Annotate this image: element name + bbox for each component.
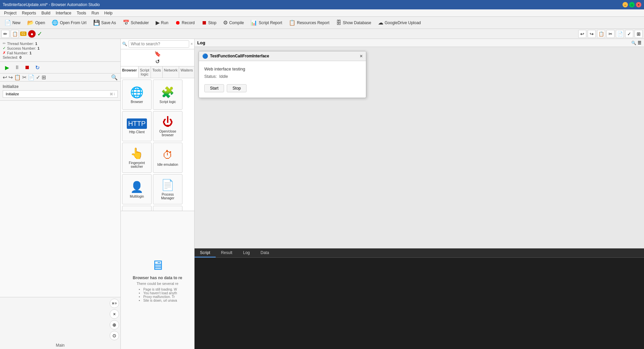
tool-script-logic[interactable]: 🧩 Script logic: [153, 80, 182, 110]
run-button[interactable]: ▶ Run: [153, 18, 171, 27]
close-search-icon[interactable]: ×: [191, 42, 193, 46]
search-ed-btn[interactable]: 🔍: [111, 74, 118, 81]
bullet-1: Page is still loading. W: [143, 288, 177, 291]
redo-btn[interactable]: ↪: [588, 30, 596, 38]
minimize-button[interactable]: –: [623, 2, 628, 7]
grid-ed-btn[interactable]: ⊞: [42, 74, 46, 81]
tool-open-close-browser[interactable]: ⏻ Open/close browser: [153, 111, 182, 141]
log-search-icon[interactable]: 🔍: [631, 41, 636, 45]
maximize-button[interactable]: □: [629, 2, 635, 7]
init-item[interactable]: Initialize ⌘ i: [3, 90, 118, 98]
search-input[interactable]: [128, 40, 189, 48]
dialog-close-button[interactable]: ×: [360, 53, 363, 59]
script-report-button[interactable]: 📊 Script Report: [248, 18, 285, 27]
tool-http-client[interactable]: HTTP Http Client: [122, 111, 152, 141]
open-icon: 📂: [27, 19, 34, 26]
tool-receive-sms[interactable]: 💬 Receive sms: [122, 206, 152, 211]
script-controls: ▶ ⏸ ⏹ ↻: [0, 62, 120, 73]
compile-button[interactable]: ⚙ Compile: [220, 18, 247, 27]
step-area: [0, 101, 120, 297]
tab-browser[interactable]: Browser: [121, 66, 139, 78]
tool-fingerprint-switcher[interactable]: 👆 Fingerprint switcher: [122, 143, 152, 173]
thread-pencil-icon: ✏: [3, 41, 6, 46]
round-btn-4[interactable]: ⊙: [110, 331, 119, 340]
menu-run[interactable]: Run: [89, 10, 102, 16]
circle-btn[interactable]: ●: [28, 30, 36, 38]
bottom-tabs: Script Result Log Data: [195, 249, 644, 258]
log-menu-icon[interactable]: ☰: [638, 41, 641, 45]
menu-tools[interactable]: Tools: [74, 10, 89, 16]
tool-grid: 🌐 Browser 🧩 Script logic HTTP Http Clien…: [121, 78, 194, 211]
tool-send-mail[interactable]: ✉ Send mail: [153, 206, 182, 211]
save-as-button[interactable]: 💾 Save As: [90, 18, 119, 27]
new-button[interactable]: 📄 New: [1, 18, 23, 27]
tab-data[interactable]: Data: [255, 249, 274, 257]
cut-btn[interactable]: ✂: [606, 30, 614, 38]
cut-ed-btn[interactable]: ✂: [22, 74, 26, 81]
bullet-3: Proxy malfunction. Tr: [143, 295, 177, 299]
record-icon: ⏺: [175, 20, 180, 26]
menu-project[interactable]: Project: [1, 10, 19, 16]
paste-btn[interactable]: 📄: [616, 30, 624, 38]
toolbar: 📄 New 📂 Open 🌐 Open From Url 💾 Save As 📅…: [0, 17, 644, 29]
browser-area-icon: 🖥: [151, 258, 164, 273]
check-btn[interactable]: ✓: [625, 30, 633, 38]
googledrive-upload-button[interactable]: ☁ GoogleDrive Upload: [375, 18, 424, 27]
pause-button[interactable]: ⏸: [13, 63, 21, 72]
menu-interface[interactable]: Interface: [53, 10, 74, 16]
undo-btn[interactable]: ↩: [578, 30, 586, 38]
tab-script-logic[interactable]: Script logic: [139, 66, 151, 78]
log-title: Log: [197, 40, 205, 45]
dialog-body: Web interface testing Status: Iddle Star…: [199, 61, 366, 98]
refresh-btn[interactable]: ↺: [155, 58, 160, 65]
browser-no-data-msg: Browser has no data to re: [133, 276, 182, 280]
round-btn-2[interactable]: ×: [110, 309, 119, 319]
dialog-stop-button[interactable]: Stop: [227, 84, 247, 92]
record-button[interactable]: ⏺ Record: [172, 18, 198, 27]
show-database-button[interactable]: 🗄 Show Database: [333, 18, 374, 27]
tool-browser[interactable]: 🌐 Browser: [122, 80, 152, 110]
tab-log[interactable]: Log: [238, 249, 255, 257]
scheduler-icon: 📅: [123, 19, 129, 26]
tab-tools[interactable]: Tools: [151, 66, 163, 78]
bottom-content: [195, 258, 644, 349]
tab-result[interactable]: Result: [216, 249, 238, 257]
grid-btn[interactable]: ⊞: [635, 30, 643, 38]
redo-ed-btn[interactable]: ↪: [8, 74, 13, 81]
tab-script[interactable]: Script: [195, 249, 216, 257]
resources-report-button[interactable]: 📋 Resources Report: [286, 18, 332, 27]
menu-help[interactable]: Help: [102, 10, 115, 16]
tool-multilogin[interactable]: 👤 Multilogin: [122, 174, 152, 204]
menu-build[interactable]: Build: [39, 10, 53, 16]
stop-button[interactable]: ⏹: [23, 63, 32, 72]
close-button[interactable]: ×: [636, 2, 641, 7]
dialog-titlebar: 🔵 TestFunctionCallFromInterface ×: [199, 51, 366, 61]
undo-ed-btn[interactable]: ↩: [3, 74, 7, 81]
tab-waiters[interactable]: Waiters: [179, 66, 195, 78]
check-ed-btn[interactable]: ✓: [36, 74, 40, 81]
bookmark-btn[interactable]: 🔖: [154, 51, 161, 57]
play-button[interactable]: ▶: [3, 63, 11, 72]
open-from-url-button[interactable]: 🌐 Open From Url: [49, 18, 89, 27]
copy2-btn[interactable]: 📋: [597, 30, 605, 38]
dialog-start-button[interactable]: Start: [204, 84, 224, 92]
stop-toolbar-button[interactable]: ⏹ Stop: [199, 18, 220, 27]
new-icon: 📄: [4, 19, 11, 26]
tool-idle-emulation[interactable]: ⏱ Idle emulation: [153, 143, 182, 173]
round-btn-3[interactable]: ⊕: [110, 320, 119, 330]
menu-reports[interactable]: Reports: [19, 10, 39, 16]
idle-emulation-label: Idle emulation: [157, 163, 178, 166]
tab-network[interactable]: Network: [163, 66, 179, 78]
open-close-icon: ⏻: [162, 116, 173, 128]
copy-ed-btn[interactable]: 📋: [14, 74, 21, 81]
scheduler-button[interactable]: 📅 Scheduler: [120, 18, 152, 27]
round-btn-1[interactable]: ×÷: [110, 299, 119, 308]
script-edit-btn[interactable]: ✏: [1, 30, 9, 38]
bottom-controls: ×÷ × ⊕ ⊙: [0, 297, 120, 342]
browser-area: 🖥 Browser has no data to re There could …: [121, 211, 194, 349]
spinner-button[interactable]: ↻: [33, 63, 42, 72]
copy-btn[interactable]: 📋: [11, 30, 19, 38]
open-button[interactable]: 📂 Open: [24, 18, 48, 27]
paste-ed-btn[interactable]: 📄: [28, 74, 35, 81]
tool-process-manager[interactable]: 📄 Process Manager: [153, 174, 182, 204]
